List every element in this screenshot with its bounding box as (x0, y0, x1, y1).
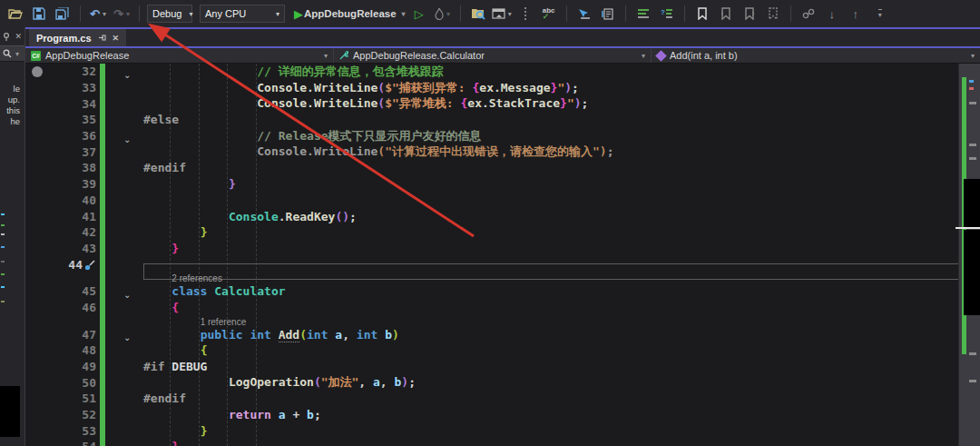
open-file-button[interactable] (5, 4, 25, 24)
breakpoint-margin[interactable] (25, 64, 45, 80)
code-line: 49#if DEBUG (25, 359, 980, 375)
breakpoint-margin[interactable] (25, 176, 45, 193)
collapse-chevron-icon[interactable]: ⌄ (123, 70, 131, 80)
change-tracking-bar (100, 208, 105, 224)
navigate-down-button[interactable]: ↓ (822, 4, 842, 24)
search-dropdown-icon[interactable]: ▾ (15, 50, 19, 58)
codelens-row[interactable]: 1 reference (25, 315, 980, 326)
breakpoint-circle-icon[interactable] (32, 66, 43, 77)
tab-close-icon[interactable]: ✕ (113, 34, 120, 43)
selection-mode-button[interactable] (574, 4, 594, 24)
breakpoint-margin[interactable] (25, 112, 45, 128)
collapse-chevron-icon[interactable]: ⌄ (123, 332, 131, 342)
breakpoint-margin[interactable] (25, 300, 45, 316)
code-text: public int Add(int a, int b) (143, 328, 980, 342)
breakpoint-margin[interactable] (25, 359, 45, 375)
undo-button[interactable]: ↶ ▾ (88, 4, 108, 24)
redo-dropdown-icon[interactable]: ▾ (126, 10, 130, 18)
type-dropdown[interactable]: AppDebugRelease.Calculator ▾ (334, 48, 652, 63)
member-dropdown[interactable]: Add(int a, int b) ▾ (652, 48, 980, 63)
visual-studio-window: ↶ ▾ ↷ ▾ Debug ▾ Any CPU ▾ ▶ AppDebugRele… (0, 0, 980, 446)
breakpoint-margin[interactable] (25, 193, 45, 209)
breakpoint-margin[interactable] (25, 439, 45, 446)
overflow-icon: ▾ (878, 9, 882, 19)
previous-bookmark-button[interactable] (716, 4, 736, 24)
spell-check-button[interactable]: abc✓ (539, 4, 559, 24)
run-dropdown-icon[interactable]: ▾ (402, 10, 406, 18)
change-tracking-bar (100, 326, 105, 342)
save-icon (33, 7, 45, 20)
format-document-icon (602, 8, 614, 20)
next-bookmark-button[interactable] (740, 4, 760, 24)
line-number: 49 (45, 360, 96, 373)
breakpoint-margin[interactable] (25, 374, 45, 391)
breakpoint-margin[interactable] (25, 391, 45, 407)
breakpoint-margin[interactable] (25, 80, 45, 96)
code-text: { (143, 343, 980, 357)
toolbar-separator (790, 5, 791, 22)
code-text: class Calculator (143, 284, 980, 298)
close-icon[interactable]: ✕ (15, 32, 22, 41)
change-tracking-bar (100, 176, 105, 193)
breakpoint-margin[interactable] (25, 144, 45, 160)
find-in-files-button[interactable] (468, 4, 488, 24)
breakpoint-margin[interactable] (25, 128, 45, 144)
undo-dropdown-icon[interactable]: ▾ (103, 10, 106, 18)
breakpoint-margin[interactable] (25, 208, 45, 224)
breakpoint-margin[interactable] (25, 95, 45, 112)
code-text: { (143, 301, 980, 314)
change-tracking-bar (100, 273, 105, 283)
black-overlay-patch (964, 230, 980, 315)
clear-bookmarks-button[interactable] (763, 4, 783, 24)
save-all-button[interactable] (53, 4, 73, 24)
codelens-row[interactable]: 2 references (25, 273, 980, 283)
collapse-chevron-icon[interactable]: ⌄ (123, 134, 131, 144)
breakpoint-margin[interactable] (25, 422, 45, 439)
tab-pin-icon[interactable] (98, 34, 106, 42)
solution-configuration-combo[interactable]: Debug ▾ (147, 5, 192, 23)
uncomment-lines-button[interactable]: ? (657, 4, 677, 24)
breakpoint-margin[interactable] (25, 224, 45, 241)
pin-icon[interactable] (3, 33, 11, 41)
change-tracking-bar (100, 193, 105, 209)
project-dropdown[interactable]: C# AppDebugRelease ▾ (25, 48, 334, 63)
breakpoint-margin[interactable] (25, 407, 45, 423)
breakpoint-margin[interactable] (25, 160, 45, 176)
comment-lines-button[interactable] (633, 4, 653, 24)
code-text: } (143, 177, 980, 191)
ide-navigator-button[interactable]: ▾ (492, 4, 512, 24)
redo-button[interactable]: ↷ ▾ (112, 4, 132, 24)
solution-platform-combo[interactable]: Any CPU ▾ (200, 5, 285, 23)
toolwindow-search-box[interactable]: ▾ (0, 45, 24, 62)
tab-program-cs[interactable]: Program.cs ✕ (29, 29, 126, 46)
breakpoint-margin[interactable] (25, 283, 45, 300)
navigate-links-button[interactable] (799, 4, 818, 24)
navigator-dropdown-icon[interactable]: ▾ (508, 10, 512, 18)
line-number: 36 (45, 129, 96, 143)
start-debugging-button[interactable]: ▶ AppDebugRelease ▾ (294, 4, 406, 24)
solution-platform-value: Any CPU (205, 8, 246, 19)
black-cutoff-area (0, 386, 20, 437)
change-tracking-bar (100, 144, 105, 160)
code-editor[interactable]: 32⌄// 详细的异常信息，包含堆栈跟踪33Console.WriteLine(… (25, 64, 980, 446)
breakpoint-margin[interactable] (25, 326, 45, 342)
code-line: 54} (25, 439, 980, 446)
toolbar-overflow-button[interactable]: ▾ (869, 4, 889, 24)
collapse-chevron-icon[interactable]: ⌄ (123, 290, 131, 300)
hot-reload-button[interactable]: ▾ (433, 4, 453, 24)
column-guides-button[interactable] (515, 4, 535, 24)
breakpoint-margin[interactable] (25, 256, 45, 273)
breakpoint-margin[interactable] (25, 273, 45, 283)
navigate-up-button[interactable]: ↑ (846, 4, 866, 24)
start-without-debugging-button[interactable]: ▷ (409, 4, 429, 24)
format-document-button[interactable] (598, 4, 618, 24)
hot-reload-dropdown-icon[interactable]: ▾ (446, 10, 450, 18)
bookmark-icon (697, 7, 708, 20)
code-line: 33Console.WriteLine($"捕获到异常: {ex.Message… (25, 80, 980, 96)
breakpoint-margin[interactable] (25, 342, 45, 359)
save-button[interactable] (29, 4, 49, 24)
breakpoint-margin[interactable] (25, 241, 45, 257)
breakpoint-margin[interactable] (25, 315, 45, 326)
arrow-down-icon: ↓ (828, 8, 835, 20)
toggle-bookmark-button[interactable] (692, 4, 712, 24)
